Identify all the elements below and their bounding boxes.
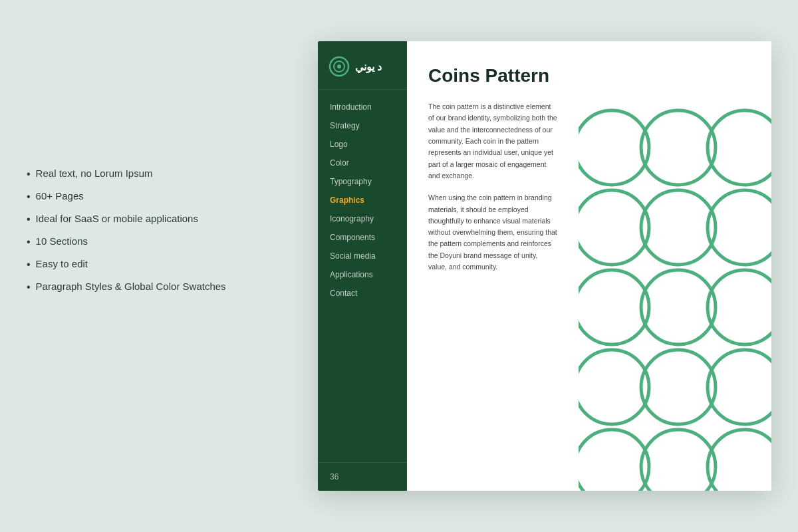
sidebar-nav-item[interactable]: Logo (318, 135, 407, 154)
doc-sidebar: د يوني IntroductionStrategyLogoColorTypo… (318, 41, 407, 491)
svg-point-3 (579, 110, 649, 185)
coins-pattern-area (579, 101, 771, 491)
svg-point-13 (641, 350, 716, 424)
sidebar-nav-item[interactable]: Applications (318, 265, 407, 284)
sidebar-nav: IntroductionStrategyLogoColorTypographyG… (318, 98, 407, 462)
sidebar-nav-item[interactable]: Typography (318, 172, 407, 191)
svg-rect-21 (579, 101, 771, 491)
coins-pattern-svg (579, 101, 771, 491)
page-number: 36 (318, 462, 407, 491)
svg-point-17 (708, 430, 771, 491)
svg-point-7 (641, 190, 716, 265)
content-body: The coin pattern is a distinctive elemen… (407, 101, 771, 491)
svg-point-10 (641, 270, 716, 344)
sidebar-nav-item[interactable]: Iconography (318, 209, 407, 228)
logo-text: د يوني (355, 61, 382, 73)
sidebar-nav-item[interactable]: Graphics (318, 191, 407, 209)
paragraph-1: The coin pattern is a distinctive elemen… (407, 101, 579, 182)
feature-list-panel: Real text, no Lorum Ipsum60+ PagesIdeal … (27, 166, 279, 302)
sidebar-logo: د يوني (318, 41, 407, 90)
svg-point-15 (579, 430, 649, 491)
feature-item: 60+ Pages (27, 189, 279, 205)
feature-item: Paragraph Styles & Global Color Swatches (27, 279, 279, 295)
paragraph-2: When using the coin pattern in branding … (407, 192, 579, 273)
feature-item: Ideal for SaaS or mobile applications (27, 211, 279, 227)
svg-point-16 (641, 430, 716, 491)
svg-point-6 (579, 190, 649, 265)
sidebar-nav-item[interactable]: Strategy (318, 116, 407, 135)
feature-list: Real text, no Lorum Ipsum60+ PagesIdeal … (27, 166, 279, 295)
sidebar-nav-item[interactable]: Introduction (318, 98, 407, 116)
feature-item: Easy to edit (27, 257, 279, 273)
feature-item: Real text, no Lorum Ipsum (27, 166, 279, 182)
sidebar-nav-item[interactable]: Contact (318, 284, 407, 303)
document-preview: د يوني IntroductionStrategyLogoColorTypo… (318, 41, 771, 491)
svg-point-9 (579, 270, 649, 344)
svg-point-4 (641, 110, 716, 185)
svg-point-2 (337, 65, 341, 68)
sidebar-nav-item[interactable]: Color (318, 154, 407, 172)
coins-title: Coins Pattern (407, 41, 771, 86)
feature-item: 10 Sections (27, 234, 279, 250)
sidebar-nav-item[interactable]: Components (318, 228, 407, 247)
text-area: The coin pattern is a distinctive elemen… (407, 101, 579, 491)
svg-point-12 (579, 350, 649, 424)
sidebar-nav-item[interactable]: Social media (318, 247, 407, 265)
doc-content: Coins Pattern The coin pattern is a dist… (407, 41, 771, 491)
